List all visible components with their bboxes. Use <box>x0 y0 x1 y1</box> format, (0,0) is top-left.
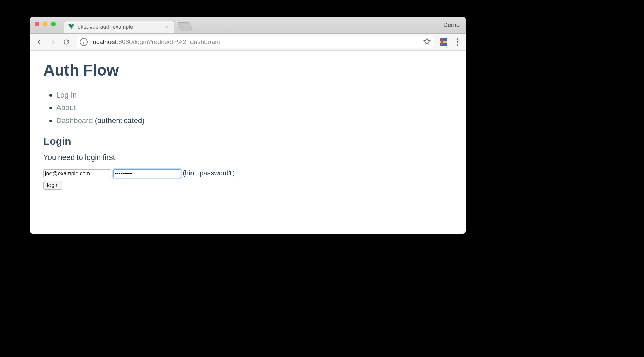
nav-list: Log in About Dashboard (authenticated) <box>43 89 452 127</box>
password-input[interactable] <box>113 169 181 178</box>
browser-tab-active[interactable]: okta-vue-auth-example × <box>64 21 174 33</box>
nav-item-login: Log in <box>56 89 452 101</box>
tab-strip: okta-vue-auth-example × Demo <box>30 17 466 34</box>
browser-toolbar: i localhost:8080/login?redirect=%2Fdashb… <box>30 34 466 51</box>
browser-menu-button[interactable] <box>452 37 462 47</box>
lighthouse-extension-icon[interactable] <box>440 38 447 46</box>
nav-link-login[interactable]: Log in <box>56 91 77 99</box>
url-host: localhost <box>91 38 117 45</box>
new-tab-button[interactable] <box>177 22 193 31</box>
address-bar[interactable]: i localhost:8080/login?redirect=%2Fdashb… <box>77 36 434 48</box>
maximize-window-button[interactable] <box>51 22 56 26</box>
close-window-button[interactable] <box>35 22 39 26</box>
vue-icon <box>68 24 74 30</box>
url-text: localhost:8080/login?redirect=%2Fdashboa… <box>91 38 420 46</box>
email-input[interactable] <box>43 169 111 178</box>
nav-item-about: About <box>56 101 452 114</box>
tab-title: okta-vue-auth-example <box>78 24 160 30</box>
page-content: Auth Flow Log in About Dashboard (authen… <box>30 51 466 200</box>
login-form: (hint: password1) login <box>43 169 452 190</box>
forward-button[interactable] <box>47 36 59 48</box>
login-heading: Login <box>43 135 452 147</box>
login-button[interactable]: login <box>43 181 62 190</box>
url-path: :8080/login?redirect=%2Fdashboard <box>117 38 221 45</box>
close-tab-icon[interactable]: × <box>163 24 170 30</box>
site-info-icon[interactable]: i <box>80 38 88 46</box>
login-notice: You need to login first. <box>43 153 452 162</box>
back-button[interactable] <box>33 36 45 48</box>
nav-link-dashboard[interactable]: Dashboard <box>56 116 93 125</box>
demo-watermark: Demo <box>443 22 460 29</box>
minimize-window-button[interactable] <box>43 22 47 26</box>
browser-window: okta-vue-auth-example × Demo i localho <box>30 17 466 234</box>
nav-link-about[interactable]: About <box>56 103 76 112</box>
nav-dashboard-suffix: (authenticated) <box>93 116 145 125</box>
password-hint: (hint: password1) <box>183 169 235 177</box>
reload-button[interactable] <box>60 36 73 48</box>
svg-marker-0 <box>424 38 430 44</box>
page-title: Auth Flow <box>43 61 452 79</box>
nav-item-dashboard: Dashboard (authenticated) <box>56 114 452 127</box>
bookmark-star-icon[interactable] <box>423 38 431 46</box>
window-controls <box>35 22 56 26</box>
